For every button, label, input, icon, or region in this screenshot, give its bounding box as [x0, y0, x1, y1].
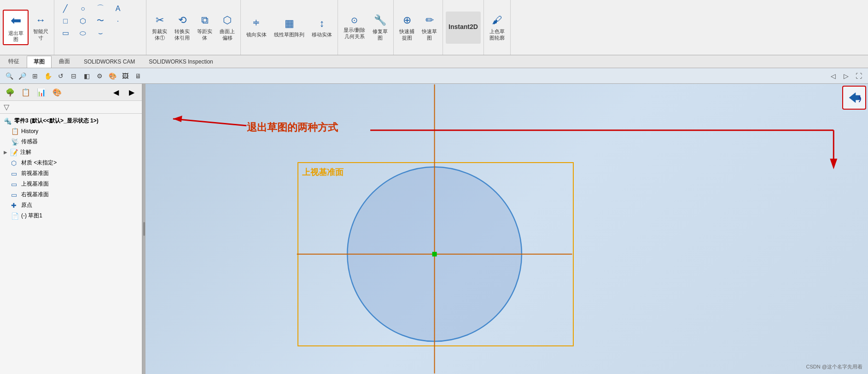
smart-dim-icon: ↔ — [36, 14, 46, 27]
linear-pattern-button[interactable]: ▦ 线性草图阵列 — [271, 12, 307, 44]
filter-icon[interactable]: ▽ — [4, 103, 9, 111]
right-plane-label: 右视基准面 — [21, 191, 49, 199]
instant2d-button[interactable]: Instant2D — [446, 12, 481, 44]
arc-button[interactable]: ⌒ — [92, 3, 109, 14]
history-icon: 📋 — [11, 128, 19, 135]
watermark: CSDN @这个名字先用着 — [806, 363, 862, 370]
tab-feature[interactable]: 特征 — [2, 56, 26, 67]
appearance-btn[interactable]: 🎨 — [107, 70, 118, 82]
toolbar-section-pattern: ⫩ 镜向实体 ▦ 线性草图阵列 ↕ 移动实体 — [241, 0, 338, 55]
rect-button[interactable]: □ — [57, 15, 74, 27]
main-area: 🌳 📋 📊 🎨 ◀ ▶ ▽ 🔩 零件3 (默认<<默认>_显示状态 1>) 📋 … — [0, 84, 868, 374]
line-button[interactable]: ╱ — [57, 3, 74, 14]
arrow-to-exit-sketch-left — [173, 119, 246, 126]
display-style-btn[interactable]: ◧ — [81, 70, 92, 82]
expand-left-btn[interactable]: ◁ — [827, 70, 839, 82]
expand-corner-btn[interactable]: ⛶ — [853, 70, 864, 82]
curve-button[interactable]: ⌣ — [92, 28, 109, 38]
sidebar-icon-configmgr[interactable]: 📊 — [35, 86, 48, 99]
tree-item-sketch1[interactable]: 📄 (-) 草图1 — [0, 210, 142, 221]
rotate-btn[interactable]: ↺ — [55, 70, 66, 82]
sidebar-icon-propmgr[interactable]: 📋 — [19, 86, 32, 99]
ellipse-icon: ⬭ — [80, 29, 86, 37]
search-btn[interactable]: 🔍 — [4, 70, 15, 82]
toolbar-section-instant2d: Instant2D — [443, 0, 484, 55]
tab-solidworks-cam[interactable]: SOLIDWORKS CAM — [77, 57, 141, 67]
tree-item-sensors[interactable]: 📡 传感器 — [0, 136, 142, 147]
ellipse-button[interactable]: ⬭ — [75, 28, 91, 38]
history-label: History — [21, 128, 38, 134]
convert-label: 转换实体引用 — [175, 28, 190, 41]
tab-surface[interactable]: 曲面 — [52, 56, 76, 67]
tab-sketch[interactable]: 草图 — [27, 56, 52, 68]
expand-right-btn[interactable]: ▷ — [840, 70, 851, 82]
snap-icon: ⊕ — [403, 14, 411, 27]
view-settings-btn[interactable]: ⚙ — [94, 70, 105, 82]
snap-button[interactable]: ⊕ 快速捕捉图 — [396, 12, 417, 44]
tree-item-front-plane[interactable]: ▭ 前视基准面 — [0, 168, 142, 179]
exit-sketch-button[interactable]: ⬅ 退出草 图 — [3, 10, 29, 45]
tab-solidworks-inspection[interactable]: SOLIDWORKS Inspection — [142, 57, 219, 67]
show-relations-icon: ⊙ — [351, 15, 358, 26]
sketch1-icon: 📄 — [11, 212, 19, 220]
sidebar-icon-chevron-left[interactable]: ◀ — [110, 86, 122, 99]
section-btn[interactable]: ⊟ — [68, 70, 79, 82]
linear-pattern-icon: ▦ — [285, 17, 294, 30]
offset-button[interactable]: ⧉ 等距实体 — [194, 12, 215, 44]
exit-sketch-corner-button[interactable] — [842, 86, 866, 110]
scene-btn[interactable]: 🖼 — [120, 70, 131, 82]
arc-icon: ⌒ — [97, 4, 104, 13]
toolbar-section-modify: ✂ 剪裁实体① ⟲ 转换实体引用 ⧉ 等距实体 ⬡ 曲面上偏移 — [146, 0, 241, 55]
origin-label: 原点 — [21, 201, 32, 209]
zoom-area-btn[interactable]: ⊞ — [29, 70, 41, 82]
move-body-label: 移动实体 — [312, 31, 332, 38]
sidebar-icon-featuremgr[interactable]: 🌳 — [4, 86, 17, 99]
quick-sketch-label: 快速草图 — [422, 28, 437, 41]
sidebar-icon-appearance[interactable]: 🎨 — [51, 86, 64, 99]
annotations-label: 注解 — [20, 148, 31, 156]
poly-button[interactable]: ⬡ — [75, 15, 91, 27]
snap-label: 快速捕捉图 — [399, 28, 414, 41]
exit-sketch-icon: ⬅ — [11, 12, 21, 29]
tree-item-right-plane[interactable]: ▭ 右视基准面 — [0, 189, 142, 200]
circle-button[interactable]: ○ — [75, 3, 91, 14]
spline-button[interactable]: 〜 — [92, 15, 109, 27]
tree-root-part[interactable]: 🔩 零件3 (默认<<默认>_显示状态 1>) — [0, 116, 142, 126]
point-button[interactable]: · — [110, 15, 126, 27]
pan-btn[interactable]: ✋ — [42, 70, 53, 82]
front-plane-label: 前视基准面 — [21, 169, 49, 177]
tree-item-origin[interactable]: ✚ 原点 — [0, 200, 142, 210]
zoom-fit-btn[interactable]: 🔎 — [17, 70, 28, 82]
tree-root-label: 零件3 (默认<<默认>_显示状态 1>) — [14, 117, 99, 125]
slot-button[interactable]: ▭ — [57, 28, 74, 38]
toolbar-section-relations: ⊙ 显示/删除几何关系 🔧 修复草图 — [338, 0, 394, 55]
repair-sketch-button[interactable]: 🔧 修复草图 — [370, 12, 390, 44]
mirror-button[interactable]: ⫩ 镜向实体 — [244, 12, 269, 44]
face-offset-button[interactable]: ⬡ 曲面上偏移 — [217, 12, 238, 44]
color-contour-icon: 🖌 — [492, 14, 502, 27]
smart-dim-label: 智能尺寸 — [33, 28, 48, 41]
text-button[interactable]: A — [110, 3, 126, 14]
convert-icon: ⟲ — [178, 14, 186, 27]
tree-item-top-plane[interactable]: ▭ 上视基准面 — [0, 179, 142, 189]
tree-item-history[interactable]: 📋 History — [0, 126, 142, 136]
mirror-label: 镜向实体 — [246, 31, 267, 38]
sidebar-filter-bar: ▽ — [0, 101, 142, 114]
smart-dim-button[interactable]: ↔ 智能尺寸 — [30, 12, 51, 44]
line-icon: ╱ — [63, 4, 68, 13]
color-contour-button[interactable]: 🖌 上色草图轮廓 — [487, 12, 507, 44]
sidebar-icon-bar: 🌳 📋 📊 🎨 ◀ ▶ — [0, 84, 142, 101]
viewport[interactable]: 退出草图的两种方式 上视基准面 — [146, 84, 868, 374]
show-relations-button[interactable]: ⊙ 显示/删除几何关系 — [341, 12, 368, 44]
quick-sketch-button[interactable]: ✏ 快速草图 — [419, 12, 440, 44]
feature-tree: 🔩 零件3 (默认<<默认>_显示状态 1>) 📋 History 📡 传感器 … — [0, 114, 142, 374]
trim-button[interactable]: ✂ 剪裁实体① — [149, 12, 170, 44]
sidebar-icon-chevron-right[interactable]: ▶ — [125, 86, 138, 99]
tree-item-annotations[interactable]: ▶ 📝 注解 — [0, 147, 142, 158]
instant2d-icon: Instant2D — [449, 23, 478, 31]
convert-button[interactable]: ⟲ 转换实体引用 — [172, 12, 192, 44]
monitor-btn[interactable]: 🖥 — [133, 70, 144, 82]
move-body-button[interactable]: ↕ 移动实体 — [309, 12, 335, 44]
move-body-icon: ↕ — [320, 17, 325, 30]
tree-item-material[interactable]: ⬡ 材质 <未指定> — [0, 158, 142, 168]
